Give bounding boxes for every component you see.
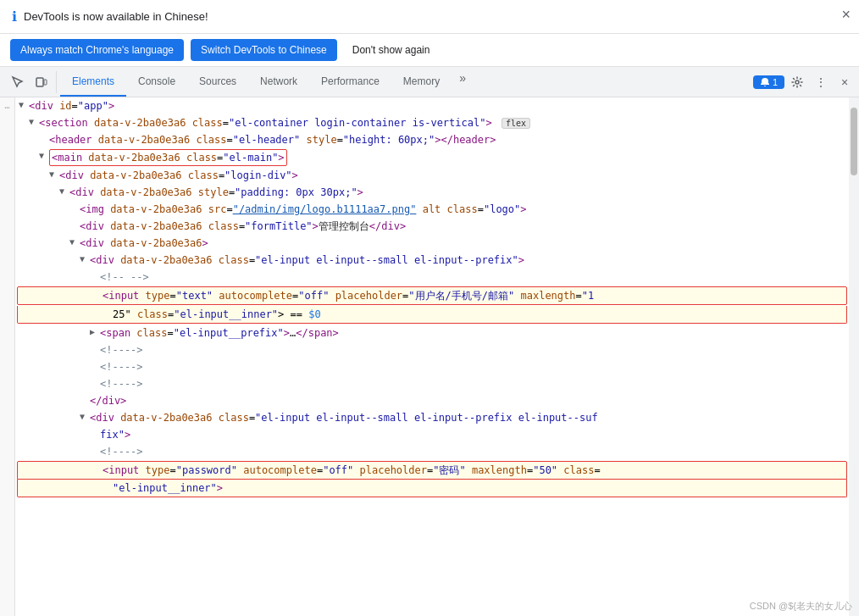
- code-content: fix">: [100, 427, 130, 442]
- code-content: <div data-v-2ba0e3a6 class="el-input el-…: [90, 253, 524, 268]
- inspect-icon[interactable]: [7, 71, 29, 93]
- code-content: <div data-v-2ba0e3a6 style="padding: 0px…: [69, 185, 363, 200]
- more-options-icon[interactable]: ⋮: [810, 71, 832, 93]
- scrollbar[interactable]: [849, 97, 859, 616]
- close-info-button[interactable]: ×: [841, 7, 851, 22]
- code-content: <!---->: [100, 376, 143, 391]
- code-content: </div>: [90, 393, 126, 408]
- always-match-button[interactable]: Always match Chrome's language: [10, 39, 184, 61]
- tab-console[interactable]: Console: [126, 67, 187, 97]
- code-content: <div data-v-2ba0e3a6>: [80, 236, 208, 251]
- dom-line[interactable]: <div data-v-2ba0e3a6 class="el-input el-…: [15, 409, 849, 426]
- dom-line[interactable]: <div data-v-2ba0e3a6 class="login-div">: [15, 167, 849, 184]
- info-banner: ℹ DevTools is now available in Chinese! …: [0, 0, 859, 34]
- dom-line: <!---->: [15, 443, 849, 460]
- dom-line: </div>: [15, 392, 849, 409]
- svg-point-2: [795, 80, 799, 84]
- dom-line: <!---->: [15, 375, 849, 392]
- main-area: … <div id="app"> <section data-v-2ba0e3a…: [0, 97, 859, 616]
- expand-icon[interactable]: [80, 410, 90, 423]
- dom-line[interactable]: <header data-v-2ba0e3a6 class="el-header…: [15, 131, 849, 148]
- code-content: "el-input__inner">: [113, 480, 223, 496]
- code-content: <div id="app">: [29, 98, 114, 114]
- code-content: <!---->: [100, 359, 143, 375]
- expand-icon[interactable]: [69, 236, 80, 248]
- expand-icon[interactable]: [19, 98, 29, 111]
- svg-rect-1: [44, 80, 47, 85]
- side-gutter: …: [0, 97, 15, 616]
- code-content: <main data-v-2ba0e3a6 class="el-main">: [49, 149, 287, 166]
- dom-line[interactable]: <section data-v-2ba0e3a6 class="el-conta…: [15, 114, 849, 131]
- dom-line: <!-- -->: [15, 269, 849, 286]
- tab-sources[interactable]: Sources: [187, 67, 248, 97]
- expand-icon[interactable]: [39, 149, 49, 162]
- switch-devtools-button[interactable]: Switch DevTools to Chinese: [191, 39, 337, 61]
- code-content: <section data-v-2ba0e3a6 class="el-conta…: [39, 115, 530, 130]
- device-toggle-icon[interactable]: [30, 71, 53, 93]
- notification-button[interactable]: 1: [753, 75, 784, 89]
- button-bar: Always match Chrome's language Switch De…: [0, 34, 859, 67]
- dom-line-main[interactable]: <main data-v-2ba0e3a6 class="el-main">: [15, 148, 849, 167]
- code-content: 25" class="el-input__inner"> == $0: [113, 307, 321, 322]
- dom-line[interactable]: <div data-v-2ba0e3a6 class="el-input el-…: [15, 252, 849, 269]
- settings-icon[interactable]: [786, 71, 808, 93]
- expand-icon[interactable]: [80, 253, 90, 265]
- expand-icon[interactable]: [29, 115, 39, 128]
- svg-rect-0: [36, 78, 43, 86]
- dom-line: <!---->: [15, 358, 849, 375]
- dom-line[interactable]: <div data-v-2ba0e3a6 style="padding: 0px…: [15, 184, 849, 201]
- code-content: <input type="text" autocomplete="off" pl…: [103, 288, 594, 303]
- tab-network[interactable]: Network: [248, 67, 309, 97]
- watermark: CSDN @${老夫的女儿心: [750, 600, 852, 613]
- info-icon: ℹ: [12, 8, 17, 25]
- tab-performance[interactable]: Performance: [309, 67, 391, 97]
- dom-line: fix">: [15, 426, 849, 443]
- dom-line[interactable]: <div id="app">: [15, 97, 849, 114]
- code-content: <!---->: [100, 444, 143, 459]
- dom-line-input-password-cont[interactable]: "el-input__inner">: [17, 480, 847, 497]
- expand-icon[interactable]: [59, 185, 69, 197]
- code-panel[interactable]: <div id="app"> <section data-v-2ba0e3a6 …: [15, 97, 849, 616]
- expand-icon[interactable]: [49, 168, 59, 180]
- scroll-thumb[interactable]: [851, 108, 857, 175]
- code-content: <header data-v-2ba0e3a6 class="el-header…: [49, 132, 496, 147]
- code-content: <div data-v-2ba0e3a6 class="login-div">: [59, 168, 298, 183]
- code-content: <span class="el-input__prefix">…</span>: [100, 325, 339, 341]
- dom-line[interactable]: <img data-v-2ba0e3a6 src="/admin/img/log…: [15, 201, 849, 218]
- more-tabs-icon[interactable]: »: [452, 67, 474, 89]
- dont-show-button[interactable]: Don't show again: [344, 39, 439, 61]
- dom-line-input-password[interactable]: <input type="password" autocomplete="off…: [17, 461, 847, 480]
- close-panel-icon[interactable]: ×: [834, 71, 856, 93]
- code-content: <input type="password" autocomplete="off…: [103, 463, 601, 478]
- info-text: DevTools is now available in Chinese!: [24, 10, 208, 23]
- code-content: <div data-v-2ba0e3a6 class="formTitle">管…: [80, 219, 406, 234]
- code-content: <img data-v-2ba0e3a6 src="/admin/img/log…: [80, 202, 527, 217]
- tab-elements[interactable]: Elements: [60, 67, 126, 97]
- dom-line: <!---->: [15, 341, 849, 358]
- dom-line-input-text-cont[interactable]: 25" class="el-input__inner"> == $0: [17, 306, 847, 324]
- dom-line[interactable]: <div data-v-2ba0e3a6 class="formTitle">管…: [15, 218, 849, 235]
- code-content: <!-- -->: [100, 269, 149, 285]
- toolbar-right: 1 ⋮ ×: [753, 71, 856, 93]
- dom-line[interactable]: <span class="el-input__prefix">…</span>: [15, 325, 849, 341]
- code-content: <!---->: [100, 342, 143, 358]
- notification-count: 1: [773, 77, 778, 87]
- tab-list: Elements Console Sources Network Perform…: [60, 67, 753, 97]
- dom-line[interactable]: <div data-v-2ba0e3a6>: [15, 235, 849, 252]
- code-content: <div data-v-2ba0e3a6 class="el-input el-…: [90, 410, 598, 425]
- tab-memory[interactable]: Memory: [391, 67, 452, 97]
- expand-icon[interactable]: [90, 325, 100, 338]
- toolbar-icons: [3, 71, 57, 93]
- dom-line-input-text[interactable]: <input type="text" autocomplete="off" pl…: [17, 286, 847, 305]
- toolbar: Elements Console Sources Network Perform…: [0, 67, 859, 97]
